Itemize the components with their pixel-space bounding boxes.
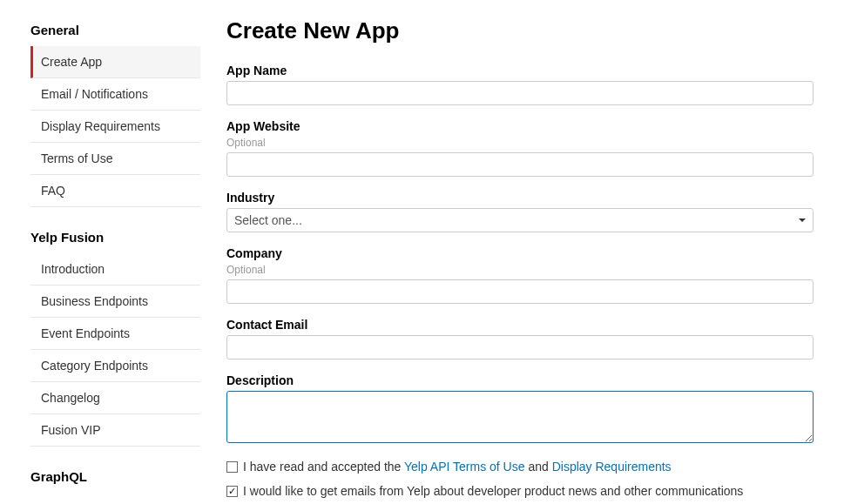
terms-text-before: I have read and accepted the xyxy=(243,460,404,474)
sidebar-section-title: GraphQL xyxy=(30,464,200,493)
sidebar: General Create App Email / Notifications… xyxy=(30,17,200,504)
link-display-requirements[interactable]: Display Requirements xyxy=(552,460,672,474)
sidebar-item-label: Create App xyxy=(41,55,102,69)
label-app-name: App Name xyxy=(226,64,814,77)
sidebar-item-label: Email / Notifications xyxy=(41,87,148,101)
sidebar-item-event-endpoints[interactable]: Event Endpoints xyxy=(30,318,200,350)
sidebar-item-create-app[interactable]: Create App xyxy=(30,46,200,78)
sidebar-item-label: Event Endpoints xyxy=(41,326,130,340)
hint-company: Optional xyxy=(226,264,814,276)
sidebar-item-introduction[interactable]: Introduction xyxy=(30,253,200,286)
sidebar-item-changelog[interactable]: Changelog xyxy=(30,382,200,414)
select-industry-value: Select one... xyxy=(234,213,302,227)
form-group-company: Company Optional xyxy=(226,246,814,304)
label-company: Company xyxy=(226,246,814,260)
terms-text-between: and xyxy=(525,460,552,474)
label-industry: Industry xyxy=(226,191,814,205)
input-app-name[interactable] xyxy=(226,81,814,105)
checkbox-terms[interactable] xyxy=(226,461,238,473)
form-group-contact-email: Contact Email xyxy=(226,318,814,360)
main-content: Create New App App Name App Website Opti… xyxy=(200,17,814,504)
sidebar-item-display-requirements[interactable]: Display Requirements xyxy=(30,111,200,143)
sidebar-item-label: FAQ xyxy=(41,184,65,198)
sidebar-section-general: General Create App Email / Notifications… xyxy=(30,17,200,207)
textarea-description[interactable] xyxy=(226,391,814,443)
sidebar-item-email-notifications[interactable]: Email / Notifications xyxy=(30,78,200,111)
hint-app-website: Optional xyxy=(226,137,814,149)
sidebar-item-terms-of-use[interactable]: Terms of Use xyxy=(30,143,200,175)
form-group-app-website: App Website Optional xyxy=(226,119,814,177)
form-group-app-name: App Name xyxy=(226,64,814,105)
sidebar-item-label: Display Requirements xyxy=(41,119,160,133)
sidebar-section-yelp-fusion: Yelp Fusion Introduction Business Endpoi… xyxy=(30,225,200,447)
checkbox-emails[interactable] xyxy=(226,486,238,497)
checkbox-emails-label: I would like to get emails from Yelp abo… xyxy=(243,484,743,498)
sidebar-item-category-endpoints[interactable]: Category Endpoints xyxy=(30,350,200,382)
checkbox-row-emails: I would like to get emails from Yelp abo… xyxy=(226,484,814,498)
sidebar-section-title: General xyxy=(30,17,200,46)
sidebar-item-faq[interactable]: FAQ xyxy=(30,175,200,207)
label-contact-email: Contact Email xyxy=(226,318,814,332)
input-company[interactable] xyxy=(226,279,814,304)
sidebar-section-graphql: GraphQL xyxy=(30,464,200,493)
select-industry[interactable]: Select one... xyxy=(226,208,814,232)
sidebar-item-business-endpoints[interactable]: Business Endpoints xyxy=(30,286,200,318)
sidebar-item-label: Changelog xyxy=(41,391,100,405)
form-group-description: Description xyxy=(226,373,814,446)
sidebar-item-label: Category Endpoints xyxy=(41,359,148,373)
sidebar-item-label: Fusion VIP xyxy=(41,423,100,437)
form-group-industry: Industry Select one... xyxy=(226,191,814,232)
sidebar-item-label: Introduction xyxy=(41,262,105,276)
chevron-down-icon xyxy=(799,218,806,222)
page-title: Create New App xyxy=(226,17,814,44)
checkbox-row-terms: I have read and accepted the Yelp API Te… xyxy=(226,460,814,474)
input-contact-email[interactable] xyxy=(226,335,814,360)
checkbox-terms-label: I have read and accepted the Yelp API Te… xyxy=(243,460,672,474)
sidebar-item-label: Terms of Use xyxy=(41,151,112,165)
link-terms-of-use[interactable]: Yelp API Terms of Use xyxy=(404,460,525,474)
sidebar-item-label: Business Endpoints xyxy=(41,294,148,308)
label-description: Description xyxy=(226,373,814,387)
sidebar-item-fusion-vip[interactable]: Fusion VIP xyxy=(30,414,200,447)
input-app-website[interactable] xyxy=(226,152,814,177)
label-app-website: App Website xyxy=(226,119,814,133)
sidebar-section-title: Yelp Fusion xyxy=(30,225,200,253)
